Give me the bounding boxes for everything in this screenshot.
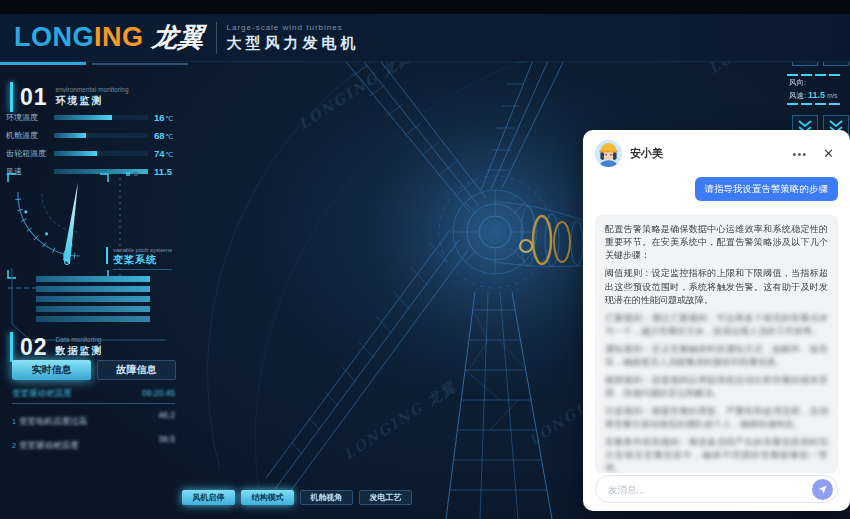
assistant-paragraph: 阈值规则：设定监控指标的上限和下限阈值，当指标超出这些预设范围时，系统将触发告警…: [605, 267, 828, 306]
metric-value: 16℃: [148, 112, 184, 123]
bottom-toolbar: 风机启停 结构模式 机舱视角 发电工艺: [182, 490, 412, 505]
row-text: 变桨驱动柜温度: [19, 440, 79, 450]
metric-bar: [54, 115, 148, 120]
metric-row: 环境温度 16℃: [4, 108, 184, 126]
row-value: 38.5: [158, 434, 175, 452]
subtitle-cn: 大型风力发电机: [227, 34, 360, 53]
row-marker: 1: [12, 418, 16, 425]
pitch-accent-bar: [106, 247, 108, 264]
logo-text-long: LONG: [14, 22, 94, 52]
table-row: 2变桨驱动柜温度 38.5: [12, 434, 175, 452]
table-header-time: 09:20:45: [142, 388, 175, 400]
user-message-row: 请指导我设置告警策略的步骤: [583, 173, 850, 201]
metric-row: 齿轮箱温度 74℃: [4, 144, 184, 162]
section-data-header: 02 Data monitoring 数据监测: [10, 332, 104, 362]
section-number: 02: [20, 334, 48, 361]
metric-label: 环境温度: [4, 112, 54, 123]
metric-value: 74℃: [148, 148, 184, 159]
table-row: 1变桨电机温度过高 46.2: [12, 410, 175, 428]
close-icon[interactable]: ✕: [819, 144, 838, 163]
message-input-bar: [595, 475, 838, 503]
dash-decor: [787, 103, 849, 105]
wind-widget: 风向: 风速:11.5m/s: [787, 72, 849, 107]
metric-row: 机舱温度 68℃: [4, 126, 184, 144]
data-tabs: 实时信息 故障信息: [12, 360, 182, 380]
metric-label: 齿轮箱温度: [4, 148, 54, 159]
tab-realtime-info[interactable]: 实时信息: [12, 360, 91, 380]
header-accent-line-2: [92, 63, 188, 65]
metric-value: 68℃: [148, 130, 184, 141]
table-header-row: 变桨驱动柜温度 09:20:45: [12, 388, 175, 404]
tab-fault-info[interactable]: 故障信息: [97, 360, 176, 380]
send-icon: [817, 484, 828, 495]
realtime-data-table: 变桨驱动柜温度 09:20:45 1变桨电机温度过高 46.2 2变桨驱动柜温度…: [12, 388, 175, 452]
row-marker: 2: [12, 442, 16, 449]
header-subtitle: Large-scale wind turbines 大型风力发电机: [227, 23, 360, 53]
wind-direction: 风向:: [789, 78, 849, 88]
top-strip: [0, 0, 850, 14]
brand-logo: LONGING 龙翼: [14, 20, 204, 55]
more-options-icon[interactable]: •••: [789, 146, 812, 162]
dash-decor: [787, 74, 849, 76]
assistant-paragraph-blurred: 根因规则：设置规则以帮助系统自动分析告警的根本原因，加速问题的定位和解决。: [605, 374, 828, 400]
logo-chinese: 龙翼: [150, 20, 206, 55]
message-input[interactable]: [608, 484, 812, 495]
assistant-paragraph-blurred: 告警事件排班规则：将设备启停产生的告警信息排时划分至相关告警信息中，确保不同源的…: [605, 436, 828, 473]
chat-header: 安小美 ••• ✕: [583, 130, 850, 173]
assistant-message-bubble: 配置告警策略是确保数据中心运维效率和系统稳定性的重要环节。在安美系统中，配置告警…: [595, 215, 838, 473]
avatar: [595, 140, 622, 167]
metric-label: 机舱温度: [4, 130, 54, 141]
pitch-system-label: variable pitch systems 变桨系统: [106, 247, 172, 270]
row-value: 46.2: [158, 410, 175, 428]
table-header-name: 变桨驱动柜温度: [12, 388, 72, 400]
assistant-paragraph-blurred: 汇聚规则：通过汇聚规则，可以将多个相关的告警合并为一个，减少告警的冗余，提高运维…: [605, 312, 828, 338]
subtitle-en: Large-scale wind turbines: [227, 23, 360, 32]
chat-panel: 安小美 ••• ✕ 请指导我设置告警策略的步骤 配置告警策略是确保数据中心运维效…: [583, 130, 850, 511]
app-header: LONGING 龙翼 Large-scale wind turbines 大型风…: [0, 14, 850, 62]
assistant-paragraph-blurred: 通知规则：定义告警触发时的通知方式，如邮件、短信等，确保相关人员能够及时接收到告…: [605, 343, 828, 369]
section-title-en: environmental monitoring: [56, 86, 129, 93]
assistant-paragraph: 配置告警策略是确保数据中心运维效率和系统稳定性的重要环节。在安美系统中，配置告警…: [605, 223, 828, 262]
button-structure-mode[interactable]: 结构模式: [241, 490, 294, 505]
section-number: 01: [20, 84, 48, 111]
assistant-paragraph-blurred: 分派规则：根据告警的类型、严重性和处理流程，自动将告警分派给相应的团队或个人，确…: [605, 405, 828, 431]
assistant-avatar-graphic: [595, 140, 622, 167]
assistant-name: 安小美: [630, 146, 789, 161]
metric-bar: [54, 133, 148, 138]
dashboard-root: LONGING 龙翼 LONGING 龙翼 LONGING 龙翼 LONGING…: [0, 0, 850, 519]
button-nacelle-view[interactable]: 机舱视角: [300, 490, 353, 505]
section-title-en: Data monitoring: [56, 336, 104, 343]
send-button[interactable]: [812, 479, 833, 500]
button-generation-process[interactable]: 发电工艺: [359, 490, 412, 505]
row-text: 变桨电机温度过高: [19, 416, 87, 426]
wind-speed-unit: m/s: [827, 92, 837, 99]
section-title-cn: 数据监测: [56, 344, 104, 358]
wind-speed: 风速:11.5m/s: [789, 90, 849, 101]
pitch-gauge: [8, 176, 108, 280]
button-turbine-startstop[interactable]: 风机启停: [182, 490, 235, 505]
section-accent-bar: [10, 332, 13, 362]
header-divider: [216, 22, 217, 54]
section-title-cn: 环境监测: [56, 94, 129, 108]
header-accent-line: [0, 62, 86, 65]
watermark: LONGING 龙翼: [341, 378, 461, 464]
logo-text-ing: ING: [94, 22, 144, 52]
metric-bar: [54, 151, 148, 156]
user-message-bubble: 请指导我设置告警策略的步骤: [695, 177, 839, 201]
wind-speed-value: 11.5: [808, 90, 825, 100]
